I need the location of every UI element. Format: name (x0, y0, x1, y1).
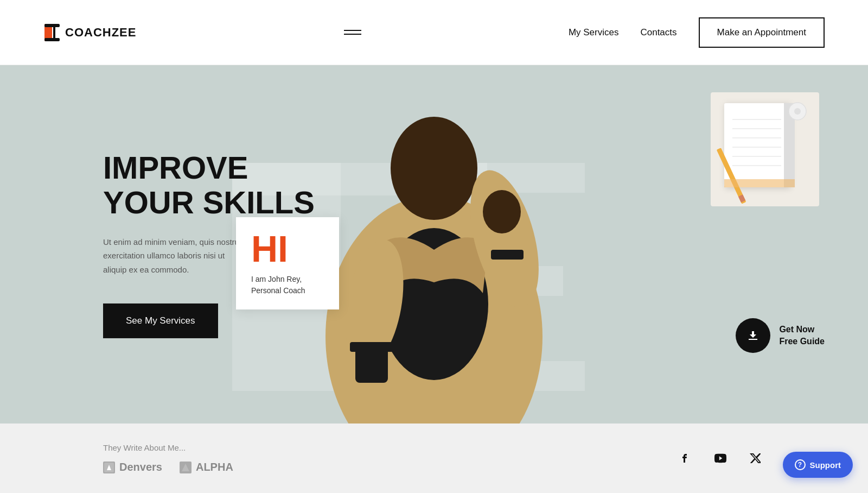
svg-marker-30 (182, 464, 189, 471)
logo-text-bold: ZEE (112, 26, 137, 39)
svg-rect-14 (491, 250, 524, 260)
svg-point-7 (391, 117, 477, 220)
notebook-svg (713, 95, 816, 204)
social-icons (676, 448, 765, 468)
facebook-icon[interactable] (676, 448, 695, 468)
hi-card: HI I am John Rey, Personal Coach (236, 217, 339, 309)
nav-my-services[interactable]: My Services (569, 27, 619, 38)
hi-name: I am John Rey, Personal Coach (251, 274, 324, 296)
hero-description: Ut enim ad minim veniam, quis nostrud ex… (103, 235, 244, 277)
make-appointment-button[interactable]: Make an Appointment (699, 17, 825, 48)
svg-rect-27 (724, 179, 795, 187)
alpha-icon (180, 462, 192, 473)
get-guide-section: Get Now Free Guide (736, 318, 825, 353)
header-nav: My Services Contacts Make an Appointment (569, 17, 825, 48)
download-button[interactable] (736, 318, 770, 353)
person-svg (304, 76, 564, 424)
see-my-services-button[interactable]: See My Services (103, 304, 218, 338)
support-label: Support (810, 460, 841, 470)
hamburger-line-1 (344, 30, 361, 31)
twitter-icon[interactable] (745, 448, 765, 468)
brand-denvers: Denvers (103, 461, 162, 473)
svg-rect-15 (724, 103, 789, 187)
download-icon (746, 329, 760, 342)
svg-point-26 (794, 108, 801, 115)
denvers-icon (103, 462, 115, 473)
svg-rect-13 (350, 342, 396, 352)
press-label: They Write About Me... (103, 443, 233, 452)
nav-contacts[interactable]: Contacts (640, 27, 676, 38)
logo-icon (43, 22, 61, 43)
support-icon: ? (795, 459, 806, 470)
brand-alpha: ALPHA (180, 461, 233, 473)
hamburger-line-2 (344, 34, 361, 35)
brand-list: Denvers ALPHA (103, 461, 233, 473)
hero-section: IMPROVE YOUR SKILLS Ut enim ad minim ven… (0, 65, 868, 424)
youtube-icon[interactable] (711, 448, 730, 468)
svg-point-12 (483, 190, 521, 233)
support-button[interactable]: ? Support (783, 452, 853, 478)
hamburger-menu[interactable] (344, 30, 361, 35)
logo[interactable]: COACHZEE (43, 22, 136, 43)
svg-rect-2 (44, 24, 60, 27)
notebook-image (711, 92, 819, 206)
hero-headline: IMPROVE YOUR SKILLS (103, 150, 315, 220)
press-section: They Write About Me... Denvers ALPHA (103, 443, 233, 473)
hi-greeting: HI (251, 230, 324, 267)
header: COACHZEE My Services Contacts Make an Ap… (0, 0, 868, 65)
svg-rect-3 (44, 38, 60, 41)
bottom-strip: They Write About Me... Denvers ALPHA (0, 424, 868, 493)
logo-text-light: COACHZEE (65, 26, 136, 40)
guide-text: Get Now Free Guide (779, 324, 825, 348)
